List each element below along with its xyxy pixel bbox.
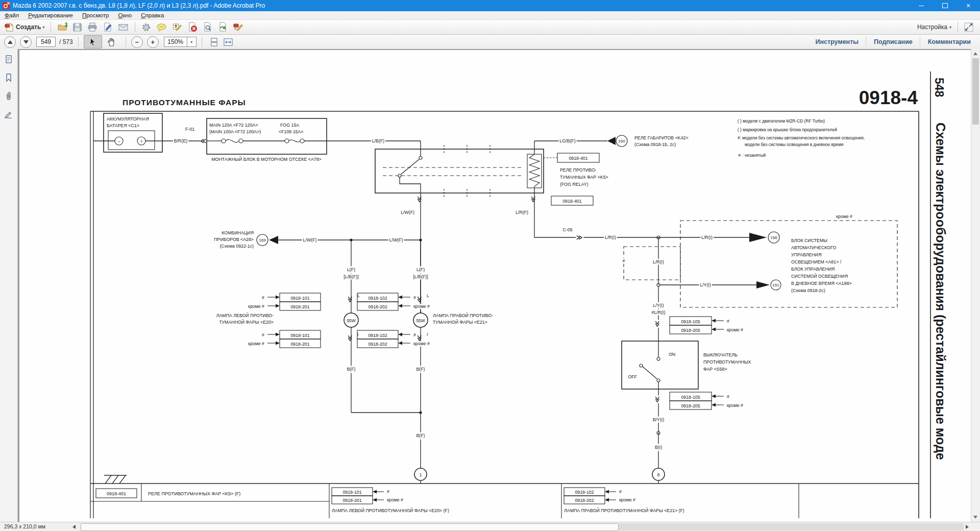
zoom-dropdown-button[interactable]: ▾ — [187, 37, 197, 47]
inline-connector-icon: ≫ — [416, 296, 423, 303]
battery-feed-wire: B/R(E) F-01 ≪ — [174, 127, 206, 144]
cursor-arrow-icon — [89, 38, 96, 46]
left-fog-lamp: L(F) [L/B(F)] ≫ L 0918-101 0918-201 # кр… — [216, 240, 422, 414]
scroll-up-icon[interactable] — [973, 52, 977, 55]
navigation-panes-sidebar — [0, 49, 18, 522]
menu-file[interactable]: Файл — [0, 12, 23, 18]
hand-tool-button[interactable] — [102, 36, 120, 48]
horizontal-scroll-thumb[interactable] — [81, 523, 619, 531]
delete-pages-button[interactable] — [185, 21, 200, 33]
diagram-title: ПРОТИВОТУМАННЫЕ ФАРЫ — [122, 98, 246, 107]
wire-label-lri-alt: #L/R(I) — [652, 310, 666, 315]
wire-label-lri: L/R(I) — [653, 259, 664, 264]
auto-light-branch: C-05 ≫ L/R(I) L/R(I) 156 L/R(I) L/Y(I) 1… — [562, 214, 897, 307]
search-document-button[interactable] — [200, 21, 215, 33]
variant-mark: кроме # — [619, 497, 635, 502]
expand-toolbar-button[interactable] — [962, 21, 976, 33]
ref-box: 0918-202 — [368, 342, 387, 347]
book-page-number: 548 — [933, 78, 946, 98]
ref-box: 0918-205 — [681, 403, 700, 408]
bookmarks-button[interactable] — [3, 71, 15, 84]
tools-panel-button[interactable]: Инструменты — [808, 38, 866, 45]
pdf-page[interactable]: ПРОТИВОТУМАННЫЕ ФАРЫ 0918-4 548 Схемы эл… — [19, 50, 971, 522]
menu-edit[interactable]: Редактирование — [23, 12, 78, 18]
minimize-button[interactable] — [910, 0, 933, 11]
fuse-fog-ref-label: <F109 15A> — [279, 129, 303, 134]
select-tool-button[interactable] — [84, 35, 102, 49]
right-lamp-label: ТУМАННОЙ ФАРЫ <E21> — [433, 319, 487, 325]
zoom-level-input[interactable]: 150% — [164, 37, 187, 47]
zoom-in-button[interactable]: + — [147, 36, 159, 48]
plus-icon: + — [151, 38, 155, 46]
window-title: Mazda 6 2002-2007 г.в. с бенз.дв. L8 (1,… — [13, 2, 265, 9]
ref-box: 0918-102 — [368, 333, 387, 338]
svg-text:T: T — [175, 24, 177, 29]
typewriter-text-icon: T — [172, 22, 182, 32]
ref-box: 0918-201 — [290, 304, 309, 309]
acrobat-app-icon — [3, 2, 10, 9]
scrolling-mode-button[interactable] — [207, 36, 221, 48]
page-setup-button[interactable] — [139, 21, 154, 33]
menu-view[interactable]: Просмотр — [78, 12, 114, 18]
fit-width-button[interactable] — [221, 36, 235, 48]
battery: АККУМУЛЯТОРНАЯ БАТАРЕЯ <C1> − + — [93, 113, 200, 152]
wire-label-byi: B/Y(I) — [653, 417, 665, 422]
comment-button[interactable] — [154, 21, 169, 33]
auto-light-module-label: БЛОК СИСТЕМЫ — [791, 238, 827, 243]
vertical-scrollbar[interactable] — [971, 49, 980, 522]
minus-icon: − — [135, 38, 139, 46]
save-button[interactable] — [70, 21, 85, 33]
signatures-button[interactable] — [3, 108, 15, 120]
delete-page-icon — [187, 22, 198, 32]
menu-window[interactable]: Окно — [113, 12, 136, 18]
connector-151: 151 — [772, 283, 779, 287]
signature-pen-icon — [4, 110, 13, 119]
scroll-left-button[interactable] — [72, 525, 76, 529]
variant-mark: # — [619, 489, 622, 494]
attachments-button[interactable] — [3, 90, 15, 102]
fit-width-icon — [224, 38, 233, 46]
comments-panel-button[interactable]: Комментарии — [921, 38, 980, 45]
stamp-button[interactable] — [231, 21, 246, 33]
maximize-button[interactable] — [933, 0, 957, 11]
scroll-down-icon[interactable] — [973, 516, 977, 519]
ref-box: 0918-101 — [290, 333, 309, 338]
terminal-8: 8 — [657, 472, 660, 477]
menu-bar: Файл Редактирование Просмотр Окно Справк… — [0, 11, 980, 20]
add-text-button[interactable]: T — [169, 21, 185, 33]
print-button[interactable] — [85, 21, 100, 33]
right-fog-lamp: L(F) [L/B(F)] ≫ L 0918-102 0918-202 # кр… — [357, 240, 493, 484]
email-button[interactable] — [115, 21, 131, 33]
create-pdf-button[interactable]: Создать ▾ — [2, 21, 47, 33]
zoom-out-button[interactable]: − — [131, 36, 143, 48]
customize-toolbar-button[interactable]: Настройка ▾ — [915, 21, 954, 33]
sign-document-button[interactable] — [100, 21, 115, 33]
export-file-button[interactable] — [215, 21, 231, 33]
paperclip-icon — [4, 91, 13, 101]
vertical-scroll-thumb[interactable] — [972, 58, 979, 125]
instrument-cluster-branch: L/W(F) L/W(F) 169 КОМБИНАЦИЯ ПРИБОРОВ <A… — [214, 230, 422, 249]
auto-light-module-label: СИСТЕМОЙ ОСВЕЩЕНИЯ — [791, 273, 848, 279]
page-number-input[interactable]: 549 — [36, 37, 56, 47]
table-left-lamp-name: ЛАМПА ЛЕВОЙ ПРОТИВОТУМАННОЙ ФАРЫ <E20> (… — [332, 508, 449, 513]
previous-page-button[interactable] — [4, 36, 16, 48]
page-scroll-icon — [210, 38, 218, 46]
left-lamp-label: ЛАМПА ЛЕВОЙ ПРОТИВО- — [216, 312, 274, 318]
ref-box: 0918-105 — [681, 395, 700, 400]
cluster-label: КОМБИНАЦИЯ — [222, 230, 254, 235]
page-thumbnails-button[interactable] — [3, 53, 15, 65]
signing-panel-button[interactable]: Подписание — [867, 38, 920, 45]
ref-box: 0918-102 — [575, 490, 594, 495]
arrow-down-icon — [23, 40, 29, 44]
inline-connector-icon: ≫ — [576, 234, 583, 241]
relay-ref-box: 0918-401 — [562, 199, 581, 204]
open-file-button[interactable] — [55, 21, 70, 33]
menu-help[interactable]: Справка — [136, 12, 168, 18]
signal-arrow-icon — [756, 281, 770, 288]
wire-label-lri: L/R(I) — [701, 235, 713, 240]
scroll-right-button[interactable] — [966, 525, 969, 529]
close-button[interactable]: × — [957, 0, 980, 11]
next-page-button[interactable] — [20, 36, 32, 48]
print-icon — [87, 22, 97, 32]
horizontal-scroll-track[interactable] — [619, 523, 964, 530]
